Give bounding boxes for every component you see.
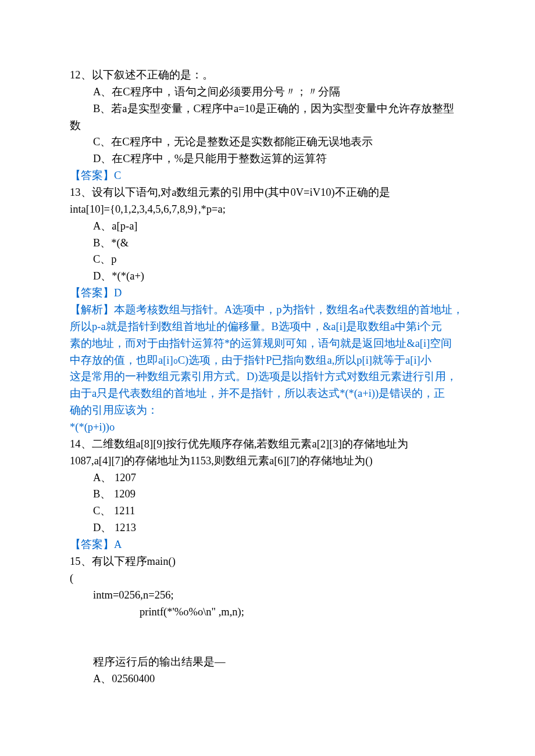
q13-stem-line2: inta[10]={0,1,2,3,4,5,6,7,8,9},*p=a; (70, 201, 465, 218)
q15-option-a: A、02560400 (70, 671, 465, 687)
document-page: 12、以下叙述不正确的是：。 A、在C程序中，语句之间必须要用分号〃；〃分隔 B… (0, 0, 535, 746)
q13-analysis-l7: 确的引用应该为： (70, 402, 465, 419)
q13-analysis-l2: 所以p-a就是指针到数组首地址的偏移量。B选项中，&a[i]是取数组a中第i个元 (70, 318, 465, 335)
q13-option-b: B、*(& (70, 235, 465, 252)
q14-option-d: D、 1213 (70, 519, 465, 536)
q13-answer: 【答案】D (70, 285, 465, 302)
q15-code-l1: intm=0256,n=256; (70, 587, 465, 604)
q13-option-d: D、*(*(a+) (70, 268, 465, 285)
q13-analysis-l4: 中存放的值，也即a[i]₀C)选项，由于指针P已指向数组a,所以p[i]就等于a… (70, 352, 465, 369)
q13-analysis-l1: 【解析】本题考核数组与指针。A选项中，p为指针，数组名a代表数组的首地址， (70, 302, 465, 318)
q15-code-l2: printf(*'%o%o\n" ,m,n); (70, 604, 465, 621)
q13-option-c: C、p (70, 251, 465, 268)
q12-option-b-part1: B、若a是实型变量，C程序中a=10是正确的，因为实型变量中允许存放整型 (70, 101, 465, 117)
q12-option-c: C、在C程序中，无论是整数还是实数都能正确无误地表示 (70, 134, 465, 151)
q13-stem-line1: 13、设有以下语句,对a数组元素的引用中(其中0V=iV10)不正确的是 (70, 184, 465, 201)
q15-blank1 (70, 620, 465, 637)
q15-brace: ( (70, 570, 465, 587)
q15-blank2 (70, 637, 465, 654)
q14-option-a: A、 1207 (70, 470, 465, 486)
q14-option-c: C、 1211 (70, 503, 465, 519)
q15-tail: 程序运行后的输出结果是— (70, 654, 465, 671)
q13-analysis-l8: *(*(p+i))o (70, 419, 465, 436)
q13-analysis-l6: 由于a只是代表数组的首地址，并不是指针，所以表达式*(*(a+i))是错误的，正 (70, 385, 465, 402)
q14-stem-line2: 1087,a[4][7]的存储地址为1153,则数组元素a[6][7]的存储地址… (70, 453, 465, 470)
q12-option-a: A、在C程序中，语句之间必须要用分号〃；〃分隔 (70, 84, 465, 101)
q13-option-a: A、a[p-a] (70, 218, 465, 235)
q12-stem: 12、以下叙述不正确的是：。 (70, 67, 465, 84)
q12-option-d: D、在C程序中，%是只能用于整数运算的运算符 (70, 151, 465, 167)
q13-analysis-l3: 素的地址，而对于由指针运算符*的运算规则可知，语句就是返回地址&a[i]空间 (70, 335, 465, 352)
q13-analysis-l5: 这是常用的一种数组元素引用方式。D)选项是以指针方式对数组元素进行引用， (70, 368, 465, 385)
q15-stem: 15、有以下程序main() (70, 553, 465, 570)
q12-answer: 【答案】C (70, 167, 465, 184)
q14-option-b: B、 1209 (70, 486, 465, 503)
q12-option-b-part2: 数 (70, 117, 465, 134)
q14-answer: 【答案】A (70, 536, 465, 553)
q14-stem-line1: 14、二维数组a[8][9]按行优先顺序存储,若数组元素a[2][3]的存储地址… (70, 436, 465, 453)
